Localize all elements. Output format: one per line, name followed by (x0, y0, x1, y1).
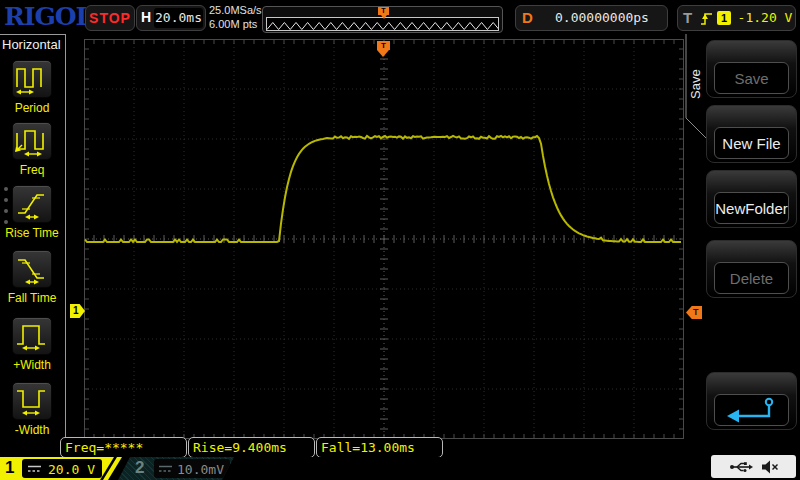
dc-coupling-icon (28, 465, 41, 473)
return-arrow-icon (722, 395, 782, 425)
measure-item-period[interactable] (12, 60, 52, 98)
measure-label-fall-time: Fall Time (0, 291, 64, 305)
minus-width-icon (13, 383, 51, 419)
oscilloscope-screen: RIGOL STOP H 20.0ms 25.0MSa/s 6.00M pts … (0, 0, 800, 480)
plus-width-icon (13, 318, 51, 354)
trigger-position-marker[interactable]: T (377, 41, 390, 50)
rising-edge-icon (699, 11, 714, 27)
left-menu-border-right (65, 34, 66, 445)
readout-freq[interactable]: Freq=***** (60, 437, 187, 458)
softkey-save-label: Save (714, 62, 789, 94)
timebase-box[interactable]: H 20.0ms (136, 5, 206, 31)
channel1-number: 1 (5, 458, 14, 478)
menu-page-dot (4, 220, 8, 224)
waveform-preview-window[interactable] (266, 17, 499, 31)
menu-page-dot (4, 187, 8, 191)
preview-trigger-marker[interactable]: T (378, 7, 389, 15)
softkey-new-file-label: New File (714, 127, 789, 159)
trigger-info-box[interactable]: T 1 -1.20 V (677, 5, 796, 31)
delay-box[interactable]: D 0.00000000ps (515, 5, 668, 31)
dc-coupling-icon (159, 465, 172, 473)
measure-item-minus-width[interactable] (12, 382, 52, 420)
softkey-save[interactable]: Save (706, 40, 797, 98)
usb-icon (729, 460, 753, 474)
channel1-scale: 20.0 V (48, 462, 95, 477)
measure-label-rise-time: Rise Time (0, 226, 64, 240)
channel2-number: 2 (135, 458, 144, 478)
softkey-new-file[interactable]: New File (706, 105, 797, 163)
delay-value: 0.00000000ps (540, 10, 664, 25)
trigger-level-marker[interactable]: T (686, 306, 702, 319)
run-state-badge[interactable]: STOP (85, 5, 135, 31)
channel2-inset: 10.0mV (154, 459, 230, 478)
measure-label-plus-width: +Width (0, 358, 64, 372)
measure-label-freq: Freq (0, 163, 64, 177)
channel2-status[interactable]: 2 10.0mV (118, 457, 240, 480)
menu-tab-save: Save (688, 55, 704, 99)
softkey-new-folder-label: NewFolder (714, 192, 789, 224)
measure-item-fall-time[interactable] (12, 250, 52, 288)
menu-page-dot (4, 198, 8, 202)
fall-time-icon (13, 251, 51, 287)
sample-rate: 25.0MSa/s (209, 3, 269, 17)
softkey-new-folder[interactable]: NewFolder (706, 170, 797, 228)
preview-wave (267, 20, 498, 32)
measure-item-plus-width[interactable] (12, 317, 52, 355)
memory-depth: 6.00M pts (209, 17, 269, 31)
trigger-position-marker-tip (377, 50, 389, 57)
measure-item-rise-time[interactable] (12, 185, 52, 223)
left-menu-border-top (0, 34, 66, 35)
readout-rise[interactable]: Rise=9.400ms (188, 437, 315, 458)
horizontal-label: H (141, 9, 151, 25)
menu-page-dot (4, 209, 8, 213)
rigol-logo: RIGOL (4, 2, 82, 32)
measure-item-freq[interactable] (12, 122, 52, 160)
readout-fall[interactable]: Fall=13.00ms (316, 437, 443, 458)
softkey-delete-label: Delete (714, 262, 789, 294)
measure-label-minus-width: -Width (0, 423, 64, 437)
channel1-offset-marker[interactable]: 1 (70, 304, 85, 318)
graticule (84, 39, 684, 439)
trigger-level-value: -1.20 V (736, 10, 794, 25)
trigger-label: T (683, 9, 692, 26)
channel1-status[interactable]: 1 20.0 V (0, 457, 114, 480)
left-menu-title: Horizontal (2, 37, 64, 52)
preview-trigger-marker-tip (381, 15, 387, 19)
freq-icon (13, 123, 51, 159)
acquisition-info: 25.0MSa/s 6.00M pts (209, 3, 269, 31)
channel2-scale: 10.0mV (177, 462, 224, 477)
status-icons-box (711, 455, 796, 478)
measure-label-period: Period (0, 101, 64, 115)
channel1-inset: 20.0 V (22, 459, 102, 478)
softkey-return[interactable] (706, 372, 797, 430)
timebase-value: 20.0ms (154, 8, 203, 28)
delay-label: D (522, 9, 533, 26)
trigger-source-badge: 1 (717, 11, 731, 25)
period-icon (13, 61, 51, 97)
rise-time-icon (13, 186, 51, 222)
softkey-delete[interactable]: Delete (706, 240, 797, 298)
speaker-muted-icon (761, 460, 779, 474)
